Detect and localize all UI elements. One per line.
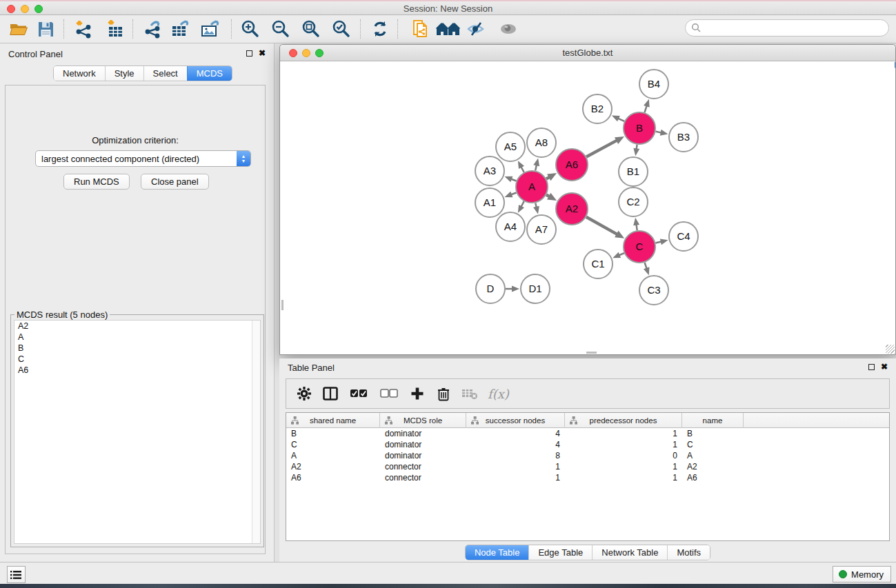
zoom-fit-button[interactable] — [300, 17, 322, 41]
graph-node-label: A — [528, 181, 535, 192]
graph-node-label: D1 — [528, 283, 541, 294]
create-column-button[interactable] — [409, 384, 426, 403]
zoom-selected-button[interactable] — [330, 17, 352, 41]
column-header-name[interactable]: name — [682, 413, 744, 428]
graph-edge-arrowhead — [613, 252, 621, 258]
zoom-in-button[interactable] — [239, 17, 261, 41]
graph-edge-arrowhead — [512, 286, 519, 292]
table-row[interactable]: Cdominator41C — [286, 439, 889, 450]
app-window: Session: New Session — [0, 0, 896, 588]
mcds-result-item[interactable]: B — [14, 343, 260, 354]
cell-predecessor_nodes: 1 — [565, 473, 682, 483]
tab-network-table[interactable]: Network Table — [592, 545, 667, 560]
save-session-button[interactable] — [34, 17, 57, 41]
run-mcds-button[interactable]: Run MCDS — [63, 174, 130, 190]
table-row[interactable]: Bdominator41B — [286, 428, 889, 439]
table-row[interactable]: A6connector11A6 — [286, 472, 889, 483]
cell-mcds_role: dominator — [380, 440, 466, 449]
tree-icon — [291, 416, 299, 426]
table-settings-button[interactable] — [296, 384, 312, 403]
criterion-dropdown[interactable]: largest connected component (directed) ▲… — [35, 150, 251, 167]
table-row[interactable]: A2connector11A2 — [286, 461, 889, 472]
graph-node-label: A7 — [535, 223, 548, 235]
export-image-button[interactable] — [199, 17, 221, 41]
export-table-button[interactable] — [170, 17, 192, 41]
tab-style[interactable]: Style — [105, 66, 143, 81]
network-window-title: testGlobe.txt — [280, 48, 895, 58]
columns-icon — [323, 387, 338, 401]
graph-node-label: C4 — [677, 230, 690, 242]
export-network-button[interactable] — [141, 17, 163, 41]
tab-network[interactable]: Network — [54, 66, 105, 81]
memory-button[interactable]: Memory — [833, 566, 891, 582]
close-panel-button[interactable]: Close panel — [141, 174, 209, 190]
column-header-successor-nodes[interactable]: successor nodes — [466, 413, 565, 428]
tab-mcds[interactable]: MCDS — [187, 66, 232, 81]
resize-grip[interactable] — [886, 345, 895, 354]
graph-node-label: A5 — [504, 141, 517, 152]
new-network-from-selection-button[interactable] — [410, 17, 432, 41]
refresh-button[interactable] — [369, 17, 391, 41]
graph-edge[interactable] — [586, 217, 618, 235]
mcds-result-item[interactable]: A2 — [14, 321, 260, 332]
column-header-label: MCDS role — [404, 416, 442, 425]
column-header-MCDS-role[interactable]: MCDS role — [380, 413, 466, 428]
zoom-out-button[interactable] — [270, 17, 292, 41]
export-network-icon — [143, 19, 162, 39]
deselect-all-columns-button[interactable] — [379, 384, 399, 403]
tree-icon — [570, 416, 577, 426]
show-all-button[interactable] — [497, 17, 519, 41]
mcds-result-list[interactable]: A2ABCA6 — [14, 320, 261, 544]
tab-node-table[interactable]: Node Table — [466, 545, 529, 560]
graph-node-label: D — [487, 283, 495, 294]
graph-node-label: C2 — [626, 196, 639, 207]
first-neighbors-button[interactable] — [435, 17, 462, 41]
close-panel-icon[interactable]: ✖ — [259, 50, 266, 57]
graph-edge-arrowhead — [660, 239, 668, 245]
table-row[interactable]: Adominator80A — [286, 450, 889, 461]
show-task-history-button[interactable] — [7, 566, 26, 583]
control-panel-title: Control Panel — [8, 49, 63, 59]
import-network-button[interactable] — [72, 17, 94, 41]
import-table-button[interactable] — [104, 17, 126, 41]
search-input[interactable] — [701, 21, 888, 35]
mcds-result-item[interactable]: A6 — [14, 365, 260, 376]
graph-node-label: C1 — [591, 258, 604, 270]
delete-column-button[interactable] — [435, 384, 452, 403]
close-table-panel-icon[interactable]: ✖ — [881, 363, 888, 371]
export-table-icon — [170, 19, 191, 39]
open-folder-icon — [9, 20, 28, 38]
unchecked-boxes-icon — [380, 389, 398, 398]
column-header-predecessor-nodes[interactable]: predecessor nodes — [565, 413, 682, 428]
select-all-columns-button[interactable] — [348, 384, 369, 403]
graph-edge[interactable] — [586, 140, 617, 156]
column-header-shared-name[interactable]: shared name — [286, 413, 380, 428]
graph-node-label: C — [636, 241, 644, 252]
zoom-out-icon — [271, 19, 290, 39]
mcds-result-item[interactable]: C — [14, 354, 260, 365]
float-panel-icon[interactable] — [246, 50, 252, 57]
float-table-panel-icon[interactable] — [868, 364, 875, 370]
tab-motifs[interactable]: Motifs — [667, 545, 710, 560]
graph-node-label: A8 — [535, 136, 548, 148]
control-panel-tabs: NetworkStyleSelectMCDS — [53, 65, 232, 81]
mcds-result-item[interactable]: A — [14, 332, 260, 343]
network-window-titlebar[interactable]: testGlobe.txt — [280, 45, 895, 61]
eye-icon — [498, 20, 519, 38]
open-session-button[interactable] — [8, 17, 30, 41]
graph-node-label: A3 — [484, 165, 496, 176]
cell-predecessor_nodes: 1 — [565, 462, 682, 472]
column-header-label: predecessor nodes — [590, 416, 657, 425]
graph-node-label: C3 — [647, 284, 660, 296]
tab-edge-table[interactable]: Edge Table — [528, 545, 592, 560]
toolbar-separator — [63, 19, 64, 39]
hide-selected-button[interactable] — [466, 17, 488, 41]
search-field[interactable] — [685, 19, 889, 37]
show-column-panel-button[interactable] — [322, 384, 339, 403]
network-canvas[interactable]: B4B2BB3A8A5A6A3B1AC2A1A2A4A7C4CC1C3DD1 — [281, 62, 895, 354]
delete-table-icon — [461, 387, 478, 400]
scrollbar-track[interactable] — [252, 321, 260, 543]
memory-button-label: Memory — [851, 569, 884, 580]
tab-select[interactable]: Select — [143, 66, 187, 81]
cell-successor_nodes: 1 — [466, 473, 565, 483]
